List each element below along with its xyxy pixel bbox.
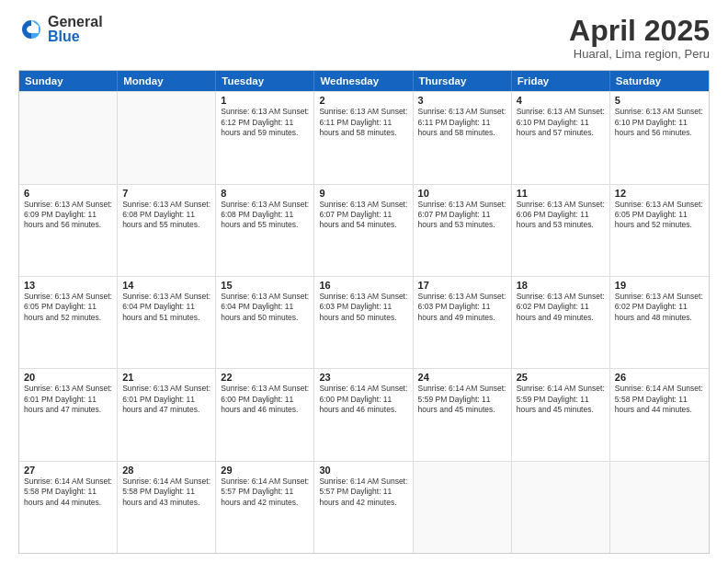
day-info: Sunrise: 6:13 AM Sunset: 6:11 PM Dayligh… <box>319 107 407 138</box>
day-number: 13 <box>24 280 112 291</box>
cal-cell: 25Sunrise: 6:14 AM Sunset: 5:59 PM Dayli… <box>512 369 610 460</box>
day-number: 16 <box>319 280 407 291</box>
day-info: Sunrise: 6:13 AM Sunset: 6:10 PM Dayligh… <box>517 107 605 138</box>
cal-cell: 30Sunrise: 6:14 AM Sunset: 5:57 PM Dayli… <box>314 462 413 553</box>
cal-cell: 14Sunrise: 6:13 AM Sunset: 6:04 PM Dayli… <box>118 277 216 368</box>
day-number: 1 <box>221 95 309 106</box>
logo-icon <box>18 17 44 42</box>
day-number: 7 <box>122 188 210 199</box>
cal-cell: 22Sunrise: 6:13 AM Sunset: 6:00 PM Dayli… <box>216 369 314 460</box>
day-info: Sunrise: 6:13 AM Sunset: 6:05 PM Dayligh… <box>615 200 704 231</box>
cal-cell: 10Sunrise: 6:13 AM Sunset: 6:07 PM Dayli… <box>414 185 512 276</box>
day-info: Sunrise: 6:14 AM Sunset: 5:58 PM Dayligh… <box>122 477 210 508</box>
day-number: 6 <box>24 188 112 199</box>
day-number: 17 <box>418 280 506 291</box>
title-block: April 2025 Huaral, Lima region, Peru <box>569 15 710 61</box>
day-info: Sunrise: 6:14 AM Sunset: 5:58 PM Dayligh… <box>615 384 704 415</box>
cal-cell: 4Sunrise: 6:13 AM Sunset: 6:10 PM Daylig… <box>512 92 610 183</box>
day-info: Sunrise: 6:13 AM Sunset: 6:02 PM Dayligh… <box>615 292 704 323</box>
day-info: Sunrise: 6:13 AM Sunset: 6:03 PM Dayligh… <box>418 292 506 323</box>
cal-cell: 21Sunrise: 6:13 AM Sunset: 6:01 PM Dayli… <box>118 369 216 460</box>
cal-cell: 28Sunrise: 6:14 AM Sunset: 5:58 PM Dayli… <box>118 462 216 553</box>
cal-cell <box>414 462 512 553</box>
day-number: 28 <box>122 465 210 476</box>
header-day-saturday: Saturday <box>610 71 709 91</box>
cal-cell: 8Sunrise: 6:13 AM Sunset: 6:08 PM Daylig… <box>216 185 314 276</box>
day-info: Sunrise: 6:13 AM Sunset: 6:07 PM Dayligh… <box>319 200 407 231</box>
cal-cell: 27Sunrise: 6:14 AM Sunset: 5:58 PM Dayli… <box>19 462 118 553</box>
cal-cell: 23Sunrise: 6:14 AM Sunset: 6:00 PM Dayli… <box>314 369 413 460</box>
day-number: 14 <box>122 280 210 291</box>
page: General Blue April 2025 Huaral, Lima reg… <box>0 0 728 563</box>
header-day-friday: Friday <box>512 71 610 91</box>
day-number: 8 <box>221 188 309 199</box>
cal-cell: 2Sunrise: 6:13 AM Sunset: 6:11 PM Daylig… <box>314 92 413 183</box>
day-info: Sunrise: 6:13 AM Sunset: 6:09 PM Dayligh… <box>24 200 112 231</box>
day-info: Sunrise: 6:13 AM Sunset: 6:08 PM Dayligh… <box>122 200 210 231</box>
day-number: 12 <box>615 188 704 199</box>
logo: General Blue <box>18 15 103 44</box>
cal-cell: 20Sunrise: 6:13 AM Sunset: 6:01 PM Dayli… <box>19 369 118 460</box>
logo-general-text: General <box>48 15 103 29</box>
logo-blue-text: Blue <box>48 29 103 44</box>
cal-cell: 19Sunrise: 6:13 AM Sunset: 6:02 PM Dayli… <box>610 277 709 368</box>
day-info: Sunrise: 6:14 AM Sunset: 5:59 PM Dayligh… <box>418 384 506 415</box>
day-number: 27 <box>24 465 112 476</box>
cal-cell: 1Sunrise: 6:13 AM Sunset: 6:12 PM Daylig… <box>216 92 314 183</box>
day-number: 9 <box>319 188 407 199</box>
day-info: Sunrise: 6:13 AM Sunset: 6:05 PM Dayligh… <box>24 292 112 323</box>
day-info: Sunrise: 6:13 AM Sunset: 6:04 PM Dayligh… <box>221 292 309 323</box>
day-number: 20 <box>24 372 112 383</box>
day-number: 11 <box>517 188 605 199</box>
day-number: 21 <box>122 372 210 383</box>
day-number: 22 <box>221 372 309 383</box>
day-info: Sunrise: 6:14 AM Sunset: 5:57 PM Dayligh… <box>319 477 407 508</box>
cal-cell <box>19 92 118 183</box>
cal-cell: 29Sunrise: 6:14 AM Sunset: 5:57 PM Dayli… <box>216 462 314 553</box>
cal-week-2: 13Sunrise: 6:13 AM Sunset: 6:05 PM Dayli… <box>19 276 709 368</box>
cal-cell: 5Sunrise: 6:13 AM Sunset: 6:10 PM Daylig… <box>610 92 709 183</box>
cal-week-4: 27Sunrise: 6:14 AM Sunset: 5:58 PM Dayli… <box>19 461 709 553</box>
cal-cell: 12Sunrise: 6:13 AM Sunset: 6:05 PM Dayli… <box>610 185 709 276</box>
day-info: Sunrise: 6:14 AM Sunset: 5:58 PM Dayligh… <box>24 477 112 508</box>
cal-cell: 9Sunrise: 6:13 AM Sunset: 6:07 PM Daylig… <box>314 185 413 276</box>
calendar: SundayMondayTuesdayWednesdayThursdayFrid… <box>18 70 710 554</box>
header: General Blue April 2025 Huaral, Lima reg… <box>18 15 710 61</box>
header-day-wednesday: Wednesday <box>314 71 413 91</box>
cal-cell: 3Sunrise: 6:13 AM Sunset: 6:11 PM Daylig… <box>414 92 512 183</box>
day-info: Sunrise: 6:13 AM Sunset: 6:12 PM Dayligh… <box>221 107 309 138</box>
day-number: 25 <box>517 372 605 383</box>
day-info: Sunrise: 6:13 AM Sunset: 6:01 PM Dayligh… <box>24 384 112 415</box>
header-day-tuesday: Tuesday <box>216 71 314 91</box>
cal-cell: 11Sunrise: 6:13 AM Sunset: 6:06 PM Dayli… <box>512 185 610 276</box>
header-day-sunday: Sunday <box>19 71 118 91</box>
day-info: Sunrise: 6:13 AM Sunset: 6:11 PM Dayligh… <box>418 107 506 138</box>
calendar-body: 1Sunrise: 6:13 AM Sunset: 6:12 PM Daylig… <box>19 91 709 553</box>
day-info: Sunrise: 6:14 AM Sunset: 5:57 PM Dayligh… <box>221 477 309 508</box>
day-info: Sunrise: 6:13 AM Sunset: 6:02 PM Dayligh… <box>517 292 605 323</box>
header-day-thursday: Thursday <box>414 71 512 91</box>
day-number: 4 <box>517 95 605 106</box>
day-number: 26 <box>615 372 704 383</box>
cal-cell <box>610 462 709 553</box>
page-subtitle: Huaral, Lima region, Peru <box>569 47 710 61</box>
cal-cell: 26Sunrise: 6:14 AM Sunset: 5:58 PM Dayli… <box>610 369 709 460</box>
cal-cell: 6Sunrise: 6:13 AM Sunset: 6:09 PM Daylig… <box>19 185 118 276</box>
day-number: 29 <box>221 465 309 476</box>
day-info: Sunrise: 6:14 AM Sunset: 5:59 PM Dayligh… <box>517 384 605 415</box>
cal-cell: 16Sunrise: 6:13 AM Sunset: 6:03 PM Dayli… <box>314 277 413 368</box>
day-number: 3 <box>418 95 506 106</box>
day-info: Sunrise: 6:13 AM Sunset: 6:08 PM Dayligh… <box>221 200 309 231</box>
day-info: Sunrise: 6:13 AM Sunset: 6:04 PM Dayligh… <box>122 292 210 323</box>
day-number: 10 <box>418 188 506 199</box>
day-info: Sunrise: 6:13 AM Sunset: 6:07 PM Dayligh… <box>418 200 506 231</box>
cal-week-3: 20Sunrise: 6:13 AM Sunset: 6:01 PM Dayli… <box>19 368 709 460</box>
day-number: 30 <box>319 465 407 476</box>
cal-cell <box>118 92 216 183</box>
day-info: Sunrise: 6:13 AM Sunset: 6:06 PM Dayligh… <box>517 200 605 231</box>
day-number: 5 <box>615 95 704 106</box>
day-info: Sunrise: 6:14 AM Sunset: 6:00 PM Dayligh… <box>319 384 407 415</box>
cal-week-1: 6Sunrise: 6:13 AM Sunset: 6:09 PM Daylig… <box>19 184 709 276</box>
day-number: 18 <box>517 280 605 291</box>
calendar-header: SundayMondayTuesdayWednesdayThursdayFrid… <box>19 71 709 91</box>
